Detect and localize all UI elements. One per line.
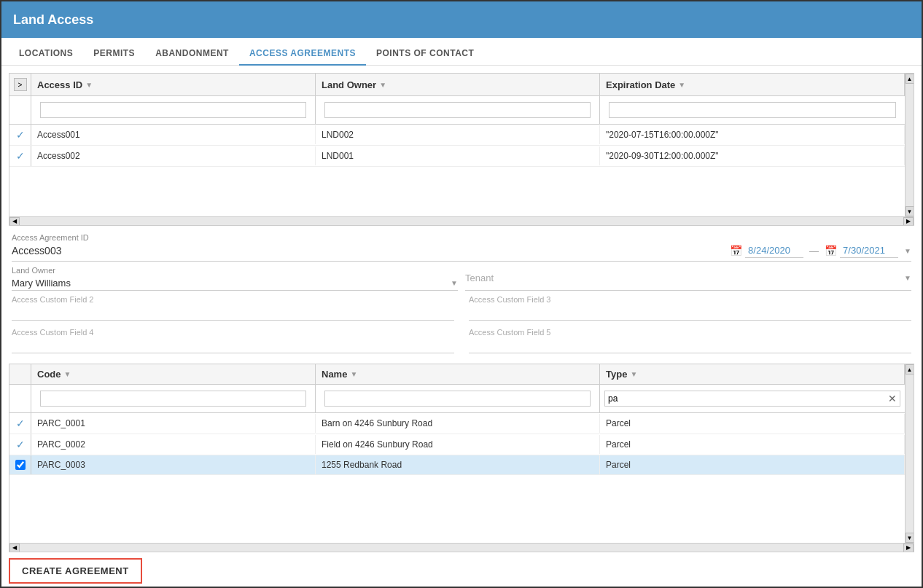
date-dropdown-arrow[interactable]: ▼ <box>904 247 911 255</box>
app-container: Land Access LOCATIONS PERMITS ABANDONMEN… <box>1 1 922 588</box>
tab-permits[interactable]: PERMITS <box>83 42 145 66</box>
top-grid-scrollbar-v[interactable]: ▲ ▼ <box>905 74 914 216</box>
col-header-land-owner[interactable]: Land Owner ▼ <box>316 74 600 95</box>
table-row[interactable]: ✓ PARC_0002 Field on 4246 Sunbury Road P… <box>9 434 914 455</box>
row-check-1: ✓ <box>9 125 31 145</box>
filter-expand-cell <box>9 96 31 124</box>
tab-abandonment[interactable]: ABANDONMENT <box>145 42 239 66</box>
start-date-group: 📅 8/24/2020 <box>730 243 803 258</box>
footer: CREATE AGREEMENT <box>1 552 922 588</box>
custom-field-5-label: Access Custom Field 5 <box>469 328 911 337</box>
bcol-header-type[interactable]: Type ▼ <box>600 364 905 384</box>
brow-check-1: ✓ <box>9 413 31 434</box>
bottom-grid-scrollbar-v[interactable]: ▲ ▼ <box>905 364 914 543</box>
bcell-name-2: Field on 4246 Sunbury Road <box>316 435 600 454</box>
bfilter-check-cell <box>9 385 31 412</box>
custom-field-5-value[interactable] <box>469 338 911 353</box>
bfilter-type-clear[interactable]: ✕ <box>885 393 900 404</box>
bcell-name-3: 1255 Redbank Road <box>316 455 600 474</box>
app-title: Land Access <box>13 12 93 28</box>
tenant-placeholder: Tenant <box>465 273 494 283</box>
calendar-icon-start: 📅 <box>730 245 742 256</box>
land-owner-value: Mary Williams <box>12 278 71 289</box>
end-date-group: 📅 7/30/2021 <box>825 243 898 258</box>
date-section: 📅 8/24/2020 — 📅 7/30/2021 ▼ <box>730 243 911 258</box>
tab-points-of-contact[interactable]: POINTS OF CONTACT <box>366 42 484 66</box>
scroll-track-h <box>20 217 903 226</box>
custom-field-5: Access Custom Field 5 <box>469 328 911 353</box>
calendar-icon-end: 📅 <box>825 245 837 256</box>
custom-field-3-label: Access Custom Field 3 <box>469 295 911 304</box>
cell-expiration-1: "2020-07-15T16:00:00.000Z" <box>600 125 905 144</box>
top-grid-scrollbar-h[interactable]: ◀ ▶ <box>9 216 914 225</box>
agreement-id-label: Access Agreement ID <box>12 233 230 242</box>
table-row[interactable]: PARC_0003 1255 Redbank Road Parcel <box>9 455 914 475</box>
bcell-type-2: Parcel <box>600 435 905 454</box>
cell-land-owner-2: LND001 <box>316 146 600 165</box>
top-grid-filter-row <box>9 96 914 125</box>
scroll-track-v <box>906 84 914 206</box>
bfilter-type[interactable] <box>605 391 885 406</box>
scroll-right-arrow[interactable]: ▶ <box>903 217 914 226</box>
bcell-code-3: PARC_0003 <box>31 455 316 474</box>
form-section: Access Agreement ID Access003 📅 8/24/202… <box>1 226 922 358</box>
land-owner-field: Land Owner Mary Williams ▼ <box>12 266 458 291</box>
bscroll-up-arrow[interactable]: ▲ <box>906 364 914 375</box>
end-date-value[interactable]: 7/30/2021 <box>840 243 898 258</box>
bscroll-left-arrow[interactable]: ◀ <box>9 544 20 552</box>
scroll-down-arrow[interactable]: ▼ <box>906 206 914 216</box>
col-header-access-id[interactable]: Access ID ▼ <box>31 74 316 95</box>
custom-field-3-value[interactable] <box>469 305 911 320</box>
brow-check-input-3[interactable] <box>15 460 26 470</box>
expand-button[interactable]: > <box>14 78 27 91</box>
custom-field-2-label: Access Custom Field 2 <box>12 295 454 304</box>
bscroll-right-arrow[interactable]: ▶ <box>903 544 914 552</box>
bottom-grid-filter-row: ✕ <box>9 385 914 413</box>
bscroll-track-h <box>20 544 903 552</box>
row-check-2: ✓ <box>9 146 31 166</box>
bfilter-name[interactable] <box>324 391 591 407</box>
scroll-left-arrow[interactable]: ◀ <box>9 217 20 226</box>
land-owner-value-row: Mary Williams ▼ <box>12 276 458 290</box>
table-row[interactable]: ✓ Access002 LND001 "2020-09-30T12:00:00.… <box>9 146 914 167</box>
bcol-header-code[interactable]: Code ▼ <box>31 364 316 384</box>
bcell-code-1: PARC_0001 <box>31 414 316 433</box>
tenant-dropdown-arrow[interactable]: ▼ <box>904 274 911 282</box>
create-agreement-button[interactable]: CREATE AGREEMENT <box>9 558 142 584</box>
brow-checkbox-3[interactable] <box>9 455 31 474</box>
land-owner-dropdown-arrow[interactable]: ▼ <box>451 279 458 287</box>
cell-access-id-1: Access001 <box>31 125 316 144</box>
custom-fields-row-45: Access Custom Field 4 Access Custom Fiel… <box>12 328 911 353</box>
start-date-value[interactable]: 8/24/2020 <box>745 243 803 258</box>
filter-land-owner[interactable] <box>324 102 591 118</box>
expand-cell: > <box>9 74 31 95</box>
scroll-up-arrow[interactable]: ▲ <box>906 74 914 84</box>
filter-expiration[interactable] <box>609 102 896 118</box>
table-row[interactable]: ✓ PARC_0001 Barn on 4246 Sunbury Road Pa… <box>9 413 914 434</box>
bfilter-code[interactable] <box>40 391 306 407</box>
form-row-agreement: Access Agreement ID Access003 📅 8/24/202… <box>12 233 911 262</box>
filter-access-id[interactable] <box>40 102 306 118</box>
custom-field-4-value[interactable] <box>12 338 454 353</box>
bfilter-type-wrapper: ✕ <box>604 391 900 407</box>
custom-fields-row-23: Access Custom Field 2 Access Custom Fiel… <box>12 295 911 321</box>
cell-expiration-2: "2020-09-30T12:00:00.000Z" <box>600 146 905 165</box>
bottom-grid-header: Code ▼ Name ▼ Type ▼ <box>9 364 914 385</box>
bottom-grid-scrollbar-h[interactable]: ◀ ▶ <box>9 543 914 552</box>
bcol-header-name[interactable]: Name ▼ <box>316 364 600 384</box>
tenant-field[interactable]: Tenant ▼ <box>465 266 911 291</box>
tab-access-agreements[interactable]: ACCESS AGREEMENTS <box>239 42 366 66</box>
top-grid-header: > Access ID ▼ Land Owner ▼ Expiration Da… <box>9 74 914 96</box>
custom-field-2-value[interactable] <box>12 305 454 320</box>
table-row[interactable]: ✓ Access001 LND002 "2020-07-15T16:00:00.… <box>9 125 914 146</box>
cell-land-owner-1: LND002 <box>316 125 600 144</box>
form-row-landowner: Land Owner Mary Williams ▼ Tenant ▼ <box>12 266 911 291</box>
bscroll-track-v <box>906 375 914 533</box>
agreement-id-value: Access003 <box>12 243 230 258</box>
custom-field-4-label: Access Custom Field 4 <box>12 328 454 337</box>
bscroll-down-arrow[interactable]: ▼ <box>906 533 914 543</box>
bcell-code-2: PARC_0002 <box>31 435 316 454</box>
cell-access-id-2: Access002 <box>31 146 316 165</box>
col-header-expiration[interactable]: Expiration Date ▼ <box>600 74 905 95</box>
tab-locations[interactable]: LOCATIONS <box>9 42 83 66</box>
